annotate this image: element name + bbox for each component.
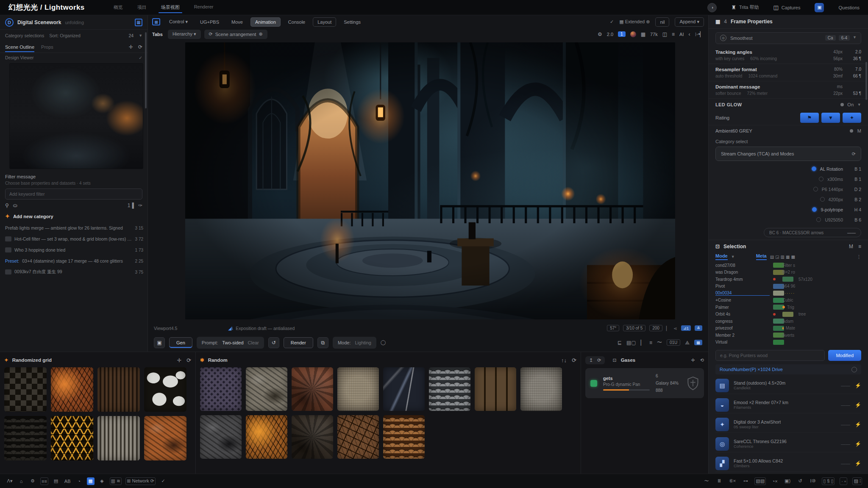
asset-row[interactable]: ▤ Stand (outdoors) 4.5×20m Candlekit —— … <box>715 377 861 394</box>
arrangement-chip[interactable]: ⟳ Scene arrangement ⊕ <box>204 30 267 39</box>
status-icon[interactable]: ⊞ Network ⟳ <box>125 477 156 485</box>
asset-row[interactable]: ▞ Fast 5×1.00 Allows C842 Climbers —— ⚡ <box>715 455 861 472</box>
stat-chip[interactable]: 200 <box>649 325 662 331</box>
status-icon[interactable]: 〜 <box>703 477 710 485</box>
hierarchy-chip[interactable]: Hierarchy ▾ <box>168 30 201 39</box>
status-icon[interactable]: ✓ <box>159 477 167 485</box>
gallery-icon[interactable]: ▦ <box>135 19 142 26</box>
view-toggle-icons[interactable]: ▤◲▥▦▩ <box>770 255 796 259</box>
bolt-icon[interactable]: ⚡ <box>855 383 861 388</box>
status-icon[interactable]: ◈ <box>98 477 106 485</box>
dock-icon[interactable]: ⊑ <box>618 340 622 346</box>
roundnumber-row[interactable]: RoundNumber(P) ×1024 Drive <box>715 364 861 374</box>
add-icon[interactable]: ✛ <box>177 357 181 363</box>
user-avatar[interactable]: ◑ <box>707 3 717 12</box>
selection-row[interactable]: +Cosine Cubic ············· <box>715 297 861 304</box>
radio-icon[interactable] <box>813 187 818 191</box>
tab-props[interactable]: Props <box>41 42 53 52</box>
texture-thumbnail[interactable] <box>292 367 333 411</box>
status-icon[interactable]: ▯ § ▯ <box>822 477 835 485</box>
texture-thumbnail[interactable] <box>429 367 470 411</box>
texture-thumbnail[interactable] <box>200 367 242 411</box>
bolt-icon[interactable]: ⚡ <box>855 421 861 427</box>
mode-option[interactable]: 9-polytrope H 4 <box>715 205 861 214</box>
prompt-clear[interactable]: Clear <box>248 340 259 345</box>
texture-thumbnail[interactable] <box>144 416 186 460</box>
status-icon[interactable]: ▤ <box>52 477 60 485</box>
panel-icon[interactable]: ◫ <box>662 31 667 37</box>
add-icon[interactable]: ✛ <box>129 44 133 50</box>
m-icon[interactable]: M <box>849 244 853 250</box>
selection-row[interactable]: Virtual ············· <box>715 339 861 346</box>
left-scrollbar[interactable] <box>145 32 147 108</box>
selection-row[interactable]: was Dragon B=2 row ············· <box>715 269 861 276</box>
status-icon[interactable]: Ⅲ <box>715 477 723 485</box>
topbar-utility[interactable]: ◫ Captures <box>773 4 801 11</box>
list-item[interactable]: 0093kv7 自由度 重生 99 3 75 <box>5 266 143 277</box>
prism-icon[interactable]: ⟁ <box>685 340 690 346</box>
mode-option[interactable]: 4200px B 2 <box>715 195 861 204</box>
status-icon[interactable]: ▦ <box>87 477 95 485</box>
refresh-icon[interactable]: ⟲ <box>700 358 704 363</box>
status-icon[interactable]: AB <box>64 477 72 485</box>
status-icon[interactable]: ◔× <box>771 477 779 485</box>
texture-thumbnail[interactable] <box>246 367 287 411</box>
asset-slider[interactable]: —— <box>841 383 850 388</box>
list-item[interactable]: Preset: 03+4 (datamine) stage 17 merge —… <box>5 255 143 266</box>
circle-icon[interactable] <box>851 367 857 372</box>
viewport-tab[interactable]: Settings <box>339 17 365 27</box>
chevron-down-icon[interactable]: ▼ <box>857 103 861 107</box>
gen-button[interactable]: Gen <box>169 337 192 348</box>
meta-column-header[interactable]: Meta <box>756 253 767 260</box>
menu-icon[interactable]: ≡ <box>858 244 861 250</box>
check-icon[interactable]: ✓ <box>139 55 142 60</box>
radio-icon[interactable] <box>820 197 825 202</box>
texture-thumbnail[interactable] <box>97 367 140 412</box>
selected-layer-chip[interactable]: 1 <box>618 31 626 37</box>
swap-icon[interactable]: ⧉ <box>317 337 328 348</box>
scene-preview-thumbnail[interactable] <box>9 63 143 169</box>
status-icon[interactable]: ⊶ <box>742 477 749 485</box>
texture-thumbnail[interactable] <box>337 415 379 459</box>
right-scrollbar[interactable] <box>865 62 867 100</box>
asset-row[interactable]: ✦ Digital door 3 AzwiShort 05 sweep lite… <box>715 416 861 433</box>
modified-button[interactable]: Modified <box>828 350 861 361</box>
selection-row[interactable]: Member 2 Averts ············· <box>715 332 861 339</box>
texture-thumbnail[interactable] <box>337 367 379 411</box>
menu-icon[interactable]: ≡ <box>672 31 675 37</box>
chevron-down-icon[interactable]: ▼ <box>139 33 142 38</box>
selection-row[interactable]: cond27/08 Filter set 2 ············· <box>715 262 861 269</box>
selection-row[interactable]: privezoof Mate ············· <box>715 325 861 332</box>
rating-button[interactable]: ✦ <box>843 113 861 123</box>
chevron-down-icon[interactable]: ▼ <box>731 255 735 259</box>
texture-thumbnail[interactable] <box>51 367 93 412</box>
texture-thumbnail[interactable] <box>4 367 47 412</box>
asset-search-input[interactable]: e.g. Pong Punters wood <box>715 350 825 361</box>
radio-icon[interactable] <box>816 217 821 222</box>
add-category-row[interactable]: ✦ Add new category <box>0 210 147 222</box>
status-icon[interactable]: Λ▾ <box>6 477 14 485</box>
radio-icon[interactable] <box>812 166 816 171</box>
status-icon[interactable]: ↺ <box>796 477 804 485</box>
active-mode-chip[interactable]: ▦ <box>694 340 702 345</box>
viewport-tab[interactable]: Console <box>284 17 310 27</box>
bolt-icon[interactable]: ⚡ <box>855 460 861 466</box>
menu-item[interactable]: 项目 <box>136 0 147 15</box>
list-item[interactable]: Prefab lights merge — ambient glow for 2… <box>5 222 143 233</box>
up-icon[interactable]: ↥ <box>589 358 593 363</box>
extended-toggle[interactable]: ▦ Extended ⊕ <box>619 19 650 25</box>
status-icon[interactable]: ⚙ <box>29 477 36 485</box>
asset-slider[interactable]: —— <box>841 441 850 446</box>
selection-row[interactable]: 00x0034 ············· <box>715 290 861 297</box>
viewport-tab[interactable]: Layout <box>313 17 336 27</box>
status-icon[interactable]: ◔ <box>75 477 83 485</box>
viewport-tab[interactable]: Animation <box>250 17 281 27</box>
smoothest-field[interactable]: ◎ Smoothest Ca 6-4 ▼ <box>715 32 861 44</box>
selection-row[interactable]: Pivot b64 96 ············· <box>715 283 861 290</box>
keyword-filter-input[interactable]: Add keyword filter <box>5 189 142 200</box>
bolt-icon[interactable]: ⚡ <box>855 402 861 408</box>
status-icon[interactable]: ≡≡ <box>40 477 48 485</box>
item-link-prefix[interactable]: Preset: <box>5 258 19 263</box>
property-group[interactable]: Tracking angles 43px 2.0 with key curves… <box>709 47 868 64</box>
bolt-icon[interactable]: ⚡ <box>855 441 861 447</box>
